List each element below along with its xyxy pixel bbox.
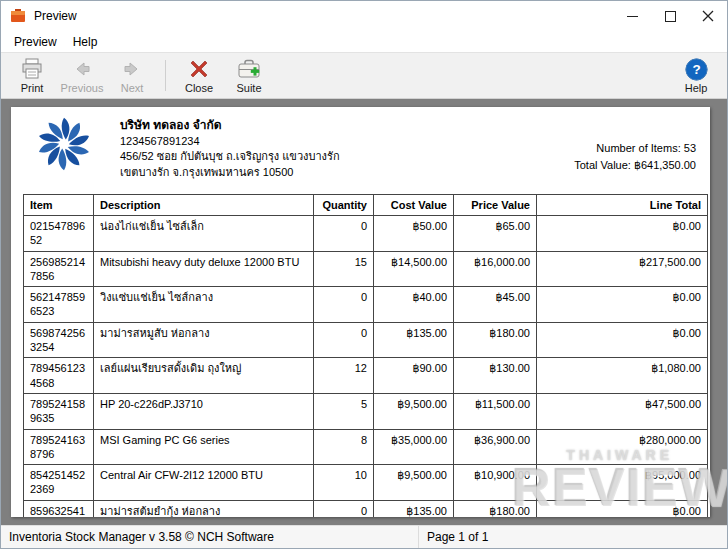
column-header: Price Value [454, 195, 537, 216]
table-cell: 859632541 7856 [24, 500, 94, 517]
previous-arrow-icon [70, 57, 94, 81]
help-button[interactable]: ? Help [671, 55, 721, 96]
table-row: 569874256 3254มาม่ารสหมูสับ ห่อกลาง0฿135… [24, 322, 708, 358]
toolbar-spacer [274, 55, 671, 96]
previous-button[interactable]: Previous [57, 55, 107, 96]
help-question-icon: ? [684, 57, 709, 81]
table-body: 021547896 52น่องไก่แช่เย็น ไซส์เล็ก0฿50.… [24, 216, 708, 518]
table-cell: ฿135.00 [374, 500, 454, 517]
table-cell: ฿40.00 [374, 287, 454, 323]
table-cell: MSI Gaming PC G6 series [94, 429, 314, 465]
table-cell: ฿9,500.00 [374, 465, 454, 501]
close-window-button[interactable] [689, 1, 727, 31]
table-cell: 0 [314, 500, 374, 517]
statusbar: Inventoria Stock Manager v 3.58 © NCH So… [1, 525, 727, 548]
table-row: 859632541 7856มาม่ารสต้มยำกุ้ง ห่อกลาง0฿… [24, 500, 708, 517]
table-cell: 8 [314, 429, 374, 465]
next-arrow-icon [120, 57, 144, 81]
table-cell: ฿0.00 [537, 287, 708, 323]
table-cell: ฿135.00 [374, 322, 454, 358]
table-cell: ฿16,000.00 [454, 251, 537, 287]
table-cell: 5 [314, 393, 374, 429]
column-header: Item [24, 195, 94, 216]
table-cell: ฿14,500.00 [374, 251, 454, 287]
table-cell: ฿47,500.00 [537, 393, 708, 429]
table-cell: HP 20-c226dP.J3710 [94, 393, 314, 429]
table-cell: 789524163 8796 [24, 429, 94, 465]
column-header: Quantity [314, 195, 374, 216]
previous-label: Previous [61, 83, 104, 94]
preview-area[interactable]: บริษัท ทดลอง จำกัด 1234567891234 456/52 … [1, 99, 727, 525]
status-page-indicator: Page 1 of 1 [419, 530, 488, 544]
table-cell: 256985214 7856 [24, 251, 94, 287]
table-cell: ฿130.00 [454, 358, 537, 394]
table-cell: ฿90.00 [374, 358, 454, 394]
window-title: Preview [34, 9, 77, 23]
maximize-button[interactable] [651, 1, 689, 31]
table-cell: 789456123 4568 [24, 358, 94, 394]
table-cell: ฿1,080.00 [537, 358, 708, 394]
table-cell: Central Air CFW-2I12 12000 BTU [94, 465, 314, 501]
table-cell: ฿35,000.00 [374, 429, 454, 465]
table-cell: ฿65.00 [454, 216, 537, 252]
suite-button[interactable]: Suite [224, 55, 274, 96]
table-cell: น่องไก่แช่เย็น ไซส์เล็ก [94, 216, 314, 252]
preview-window: Preview Preview Help [0, 0, 728, 549]
table-cell: ฿0.00 [537, 500, 708, 517]
table-row: 789524158 9635HP 20-c226dP.J37105฿9,500.… [24, 393, 708, 429]
table-row: 021547896 52น่องไก่แช่เย็น ไซส์เล็ก0฿50.… [24, 216, 708, 252]
table-row: 854251452 2369Central Air CFW-2I12 12000… [24, 465, 708, 501]
table-cell: วิงแซ่บแช่เย็น ไซส์กลาง [94, 287, 314, 323]
table-cell: 854251452 2369 [24, 465, 94, 501]
report-header: บริษัท ทดลอง จำกัด 1234567891234 456/52 … [35, 115, 340, 180]
help-label: Help [685, 83, 708, 94]
company-address-line1: 456/52 ซอย กัปตันบุช ถ.เจริญกรุง แขวงบาง… [120, 149, 340, 164]
table-cell: ฿11,500.00 [454, 393, 537, 429]
app-icon [10, 8, 26, 24]
menu-preview[interactable]: Preview [6, 33, 65, 51]
company-info: บริษัท ทดลอง จำกัด 1234567891234 456/52 … [120, 115, 340, 180]
table-row: 562147859 6523วิงแซ่บแช่เย็น ไซส์กลาง0฿4… [24, 287, 708, 323]
table-row: 789524163 8796MSI Gaming PC G6 series8฿3… [24, 429, 708, 465]
table-row: 789456123 4568เลย์แผ่นเรียบรสดั้งเดิม ถุ… [24, 358, 708, 394]
table-cell: ฿0.00 [537, 322, 708, 358]
table-cell: ฿95,000.00 [537, 465, 708, 501]
table-cell: ฿36,900.00 [454, 429, 537, 465]
menu-help[interactable]: Help [65, 33, 106, 51]
printer-icon [20, 57, 44, 81]
column-header: Line Total [537, 195, 708, 216]
table-cell: ฿10,900.00 [454, 465, 537, 501]
close-label: Close [185, 83, 213, 94]
next-button[interactable]: Next [107, 55, 157, 96]
print-button[interactable]: Print [7, 55, 57, 96]
report-summary: Number of Items: 53 Total Value: ฿641,35… [574, 140, 696, 174]
menubar: Preview Help [1, 31, 727, 52]
table-cell: 0 [314, 287, 374, 323]
company-tax-id: 1234567891234 [120, 134, 340, 149]
table-row: 256985214 7856Mitsubishi heavy duty delu… [24, 251, 708, 287]
close-x-icon [187, 57, 211, 81]
table-cell: ฿45.00 [454, 287, 537, 323]
table-cell: ฿9,500.00 [374, 393, 454, 429]
table-cell: 12 [314, 358, 374, 394]
next-label: Next [121, 83, 144, 94]
suite-label: Suite [236, 83, 261, 94]
minimize-button[interactable] [613, 1, 651, 31]
close-preview-button[interactable]: Close [174, 55, 224, 96]
report-page: บริษัท ทดลอง จำกัด 1234567891234 456/52 … [11, 107, 710, 517]
table-cell: ฿180.00 [454, 500, 537, 517]
toolbar-separator [165, 60, 166, 91]
table-header: ItemDescriptionQuantityCost ValuePrice V… [24, 195, 708, 216]
table-cell: Mitsubishi heavy duty deluxe 12000 BTU [94, 251, 314, 287]
table-cell: ฿50.00 [374, 216, 454, 252]
column-header: Cost Value [374, 195, 454, 216]
table-cell: 10 [314, 465, 374, 501]
total-value: Total Value: ฿641,350.00 [574, 157, 696, 174]
window-controls [613, 1, 727, 31]
table-cell: มาม่ารสหมูสับ ห่อกลาง [94, 322, 314, 358]
briefcase-plus-icon [236, 57, 262, 81]
table-cell: 0 [314, 216, 374, 252]
company-address-line2: เขตบางรัก จ.กรุงเทพมหานคร 10500 [120, 165, 340, 180]
titlebar: Preview [1, 1, 727, 31]
toolbar: Print Previous Next [1, 52, 727, 99]
